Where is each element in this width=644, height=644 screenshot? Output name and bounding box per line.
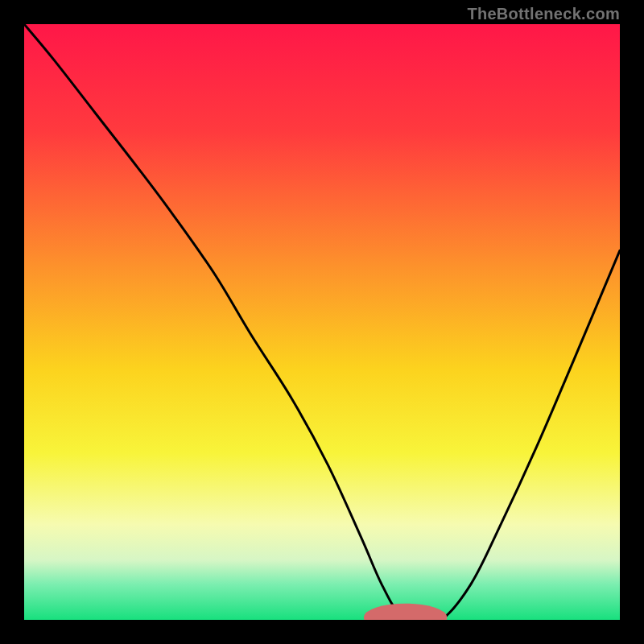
plot-area xyxy=(24,24,620,620)
chart-svg xyxy=(24,24,620,620)
chart-frame: TheBottleneck.com xyxy=(0,0,644,644)
watermark-text: TheBottleneck.com xyxy=(467,5,620,23)
gradient-background xyxy=(24,24,620,620)
